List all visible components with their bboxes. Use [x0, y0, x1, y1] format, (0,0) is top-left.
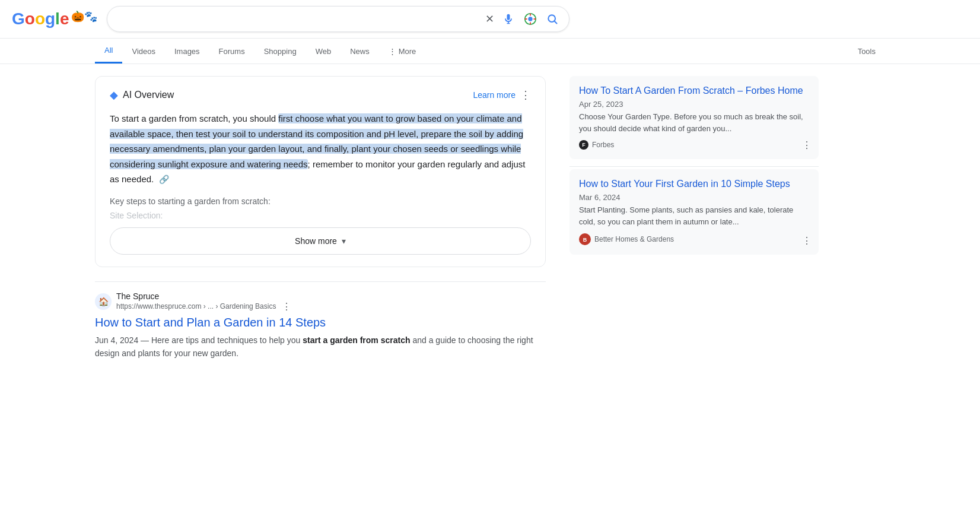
source-card-footer-forbes: F Forbes [579, 140, 809, 150]
source-card-bhg: How to Start Your First Garden in 10 Sim… [569, 169, 819, 255]
ai-overview-card: ◆ AI Overview Learn more ⋮ To start a ga… [95, 76, 546, 267]
lens-icon [524, 12, 537, 26]
tab-more[interactable]: ⋮ More [379, 40, 426, 63]
more-dots-icon: ⋮ [389, 47, 396, 56]
source-card-favicon-forbes: F [579, 140, 588, 150]
mic-icon [502, 13, 514, 25]
main-content: ◆ AI Overview Learn more ⋮ To start a ga… [0, 64, 980, 381]
citation-link[interactable]: 🔗 [159, 175, 169, 184]
result-menu-button[interactable]: ⋮ [282, 301, 291, 312]
ai-overview-text: To start a garden from scratch, you shou… [110, 111, 531, 187]
result-url: https://www.thespruce.com › ... › Garden… [116, 302, 276, 310]
source-card-favicon-bhg: B [579, 233, 591, 245]
ai-more-options-button[interactable]: ⋮ [520, 88, 531, 102]
favicon-letter: F [582, 142, 586, 148]
image-search-button[interactable] [523, 11, 538, 27]
search-bar-container: how to start a garden from scratch ✕ [107, 6, 569, 32]
tab-shopping[interactable]: Shopping [254, 40, 306, 63]
search-icon [546, 13, 558, 25]
result-snippet-start: Here are tips and techniques to help you [151, 335, 303, 345]
right-column: How To Start A Garden From Scratch – For… [569, 76, 819, 369]
left-column: ◆ AI Overview Learn more ⋮ To start a ga… [95, 76, 546, 369]
logo-o1: o [25, 9, 35, 28]
result-snippet: Jun 4, 2024 — Here are tips and techniqu… [95, 334, 546, 360]
svg-text:B: B [583, 237, 587, 243]
learn-more-button[interactable]: Learn more [473, 90, 516, 100]
logo-g: g [45, 9, 55, 28]
source-card-site-forbes: Forbes [592, 141, 614, 149]
result-snippet-bold: start a garden from scratch [303, 335, 410, 345]
source-card-title-bhg[interactable]: How to Start Your First Garden in 10 Sim… [579, 179, 809, 189]
chevron-down-icon: ▾ [342, 236, 346, 246]
ai-overview-actions: Learn more ⋮ [473, 88, 531, 102]
source-card-menu-button-bhg[interactable]: ⋮ [802, 235, 812, 246]
result-site-name: The Spruce [116, 291, 291, 301]
tab-tools[interactable]: Tools [848, 40, 885, 63]
result-source-row: 🏠 The Spruce https://www.thespruce.com ›… [95, 291, 546, 312]
voice-search-button[interactable] [501, 12, 516, 26]
header: Google 🎃🐾 how to start a garden from scr… [0, 0, 980, 39]
result-snippet-dash: — [141, 335, 151, 345]
nav-tabs: All Videos Images Forums Shopping Web Ne… [0, 39, 980, 64]
tab-news[interactable]: News [341, 40, 379, 63]
logo-G: G [12, 9, 25, 28]
logo-l: l [55, 9, 60, 28]
ai-overview-header: ◆ AI Overview Learn more ⋮ [110, 88, 531, 102]
source-card-footer-bhg: B Better Homes & Gardens [579, 233, 809, 245]
svg-point-1 [529, 17, 533, 21]
ai-text-before: To start a garden from scratch, you shou… [110, 113, 278, 123]
source-card-snippet-bhg: Start Planting. Some plants, such as pan… [579, 204, 809, 227]
show-more-label: Show more [295, 236, 337, 246]
key-steps-title: Key steps to starting a garden from scra… [110, 196, 531, 206]
result-title-link[interactable]: How to Start and Plan a Garden in 14 Ste… [95, 315, 546, 330]
source-card-forbes: How To Start A Garden From Scratch – For… [569, 76, 819, 159]
google-logo[interactable]: Google 🎃🐾 [12, 11, 97, 27]
result-site-info: The Spruce https://www.thespruce.com › .… [116, 291, 291, 312]
source-card-divider [569, 166, 819, 167]
search-submit-button[interactable] [545, 12, 559, 26]
source-card-title-forbes[interactable]: How To Start A Garden From Scratch – For… [579, 85, 809, 96]
ai-diamond-icon: ◆ [110, 88, 118, 102]
tab-all[interactable]: All [95, 39, 122, 64]
clear-search-button[interactable]: ✕ [485, 12, 494, 26]
source-card-site-bhg: Better Homes & Gardens [594, 235, 674, 243]
tools-label: Tools [858, 47, 876, 56]
result-favicon: 🏠 [95, 293, 112, 310]
ai-overview-title-text: AI Overview [123, 90, 174, 100]
tab-videos[interactable]: Videos [122, 40, 165, 63]
logo-emoji: 🎃🐾 [71, 10, 97, 23]
ai-overview-title: ◆ AI Overview [110, 88, 174, 102]
site-selection-text: Site Selection: [110, 211, 531, 220]
tab-forums[interactable]: Forums [209, 40, 254, 63]
result-url-row: https://www.thespruce.com › ... › Garden… [116, 301, 291, 312]
search-icon-group: ✕ [485, 11, 559, 27]
show-more-button[interactable]: Show more ▾ [110, 227, 531, 255]
result-date: Jun 4, 2024 [95, 335, 138, 345]
logo-o2: o [35, 9, 45, 28]
tab-web[interactable]: Web [306, 40, 341, 63]
source-card-date-bhg: Mar 6, 2024 [579, 193, 809, 202]
source-card-date-forbes: Apr 25, 2023 [579, 100, 809, 109]
logo-e: e [60, 9, 69, 28]
source-card-snippet-forbes: Choose Your Garden Type. Before you so m… [579, 111, 809, 134]
search-result-spruce: 🏠 The Spruce https://www.thespruce.com ›… [95, 281, 546, 369]
more-label: More [399, 47, 416, 56]
source-card-menu-button-forbes[interactable]: ⋮ [802, 140, 812, 151]
bhg-logo-icon: B [580, 234, 590, 244]
search-bar: how to start a garden from scratch ✕ [107, 6, 569, 32]
tab-images[interactable]: Images [165, 40, 209, 63]
search-input[interactable]: how to start a garden from scratch [117, 14, 481, 24]
